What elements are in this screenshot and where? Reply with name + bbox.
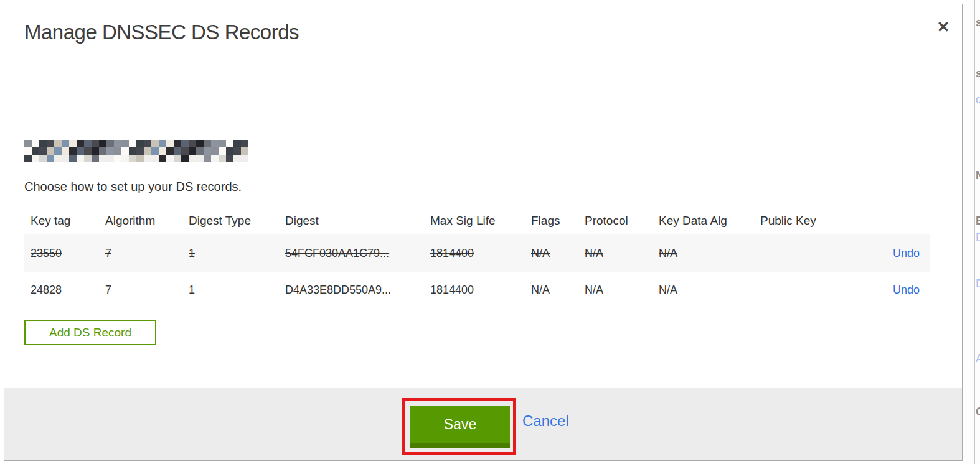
- cancel-button[interactable]: Cancel: [522, 412, 569, 430]
- background-text-fragment: C: [976, 406, 980, 419]
- col-header-flags: Flags: [525, 214, 578, 228]
- add-ds-record-button[interactable]: Add DS Record: [24, 320, 156, 345]
- dnssec-modal: Manage DNSSEC DS Records ✕ Choose how to…: [4, 4, 963, 461]
- table-row: 24828 7 1 D4A33E8DD550A9... 1814400 N/A …: [24, 272, 930, 309]
- page-title: Manage DNSSEC DS Records: [24, 21, 299, 44]
- undo-link[interactable]: Undo: [893, 247, 920, 259]
- save-button[interactable]: Save: [410, 406, 510, 448]
- cell-digest-type: 1: [182, 284, 279, 297]
- background-text-fragment: E: [976, 215, 980, 228]
- cell-max-sig-life: 1814400: [424, 247, 525, 260]
- domain-name-redacted: [24, 140, 248, 162]
- scrollbar-track[interactable]: [974, 0, 975, 464]
- col-header-public-key: Public Key: [754, 214, 876, 228]
- background-text-fragment: s: [976, 16, 980, 29]
- cell-flags: N/A: [525, 284, 578, 297]
- col-header-algorithm: Algorithm: [99, 214, 182, 228]
- cell-max-sig-life: 1814400: [424, 284, 525, 297]
- col-header-protocol: Protocol: [578, 214, 653, 228]
- cell-key-tag: 23550: [24, 247, 99, 260]
- background-text-fragment: D: [976, 277, 980, 290]
- cell-digest-type: 1: [182, 247, 279, 260]
- background-text-fragment: d: [976, 93, 980, 106]
- undo-link[interactable]: Undo: [893, 284, 920, 296]
- cell-protocol: N/A: [578, 284, 653, 297]
- cell-algorithm: 7: [99, 284, 182, 297]
- col-header-key-data-alg: Key Data Alg: [653, 214, 754, 228]
- background-text-fragment: A: [976, 352, 980, 365]
- col-header-max-sig-life: Max Sig Life: [424, 214, 525, 228]
- cell-key-data-alg: N/A: [653, 284, 754, 297]
- cell-flags: N/A: [525, 247, 578, 260]
- close-icon[interactable]: ✕: [932, 16, 954, 38]
- instruction-text: Choose how to set up your DS records.: [24, 180, 242, 194]
- cell-digest: 54FCF030AA1C79...: [279, 247, 424, 260]
- table-header-row: Key tag Algorithm Digest Type Digest Max…: [24, 206, 930, 234]
- cell-digest: D4A33E8DD550A9...: [279, 284, 424, 297]
- cell-algorithm: 7: [99, 247, 182, 260]
- background-text-fragment: s: [976, 67, 980, 80]
- background-page-strip: s s d N E D D A C: [964, 0, 980, 464]
- col-header-digest-type: Digest Type: [182, 214, 279, 228]
- cell-key-tag: 24828: [24, 284, 99, 297]
- cell-key-data-alg: N/A: [653, 247, 754, 260]
- table-row: 23550 7 1 54FCF030AA1C79... 1814400 N/A …: [24, 234, 930, 272]
- col-header-key-tag: Key tag: [24, 214, 99, 228]
- cell-protocol: N/A: [578, 247, 653, 260]
- ds-records-table: Key tag Algorithm Digest Type Digest Max…: [24, 206, 930, 309]
- background-text-fragment: N: [976, 169, 980, 182]
- col-header-digest: Digest: [279, 214, 424, 228]
- background-text-fragment: D: [976, 231, 980, 244]
